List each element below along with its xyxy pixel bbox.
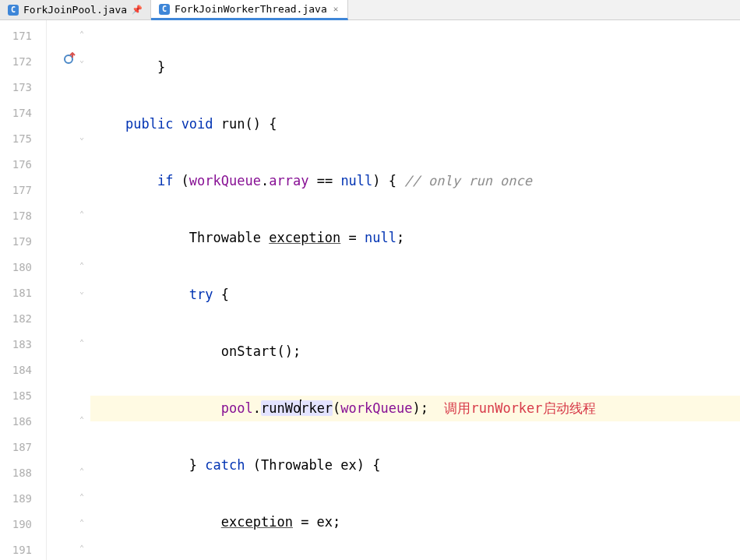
code-editor[interactable]: 171 172 173 174 175 176 177 178 179 180 … [0, 20, 740, 560]
fold-close-icon[interactable]: ⌃ [79, 210, 87, 217]
line-number: 186 [0, 409, 46, 435]
fold-close-icon[interactable]: ⌃ [79, 30, 87, 37]
fold-close-icon[interactable]: ⌃ [79, 415, 87, 423]
annotation-text: 调用runWorker启动线程 [444, 400, 595, 416]
line-number: 190 [0, 512, 46, 537]
line-number: 185 [0, 383, 46, 409]
code-area[interactable]: } public void run() { if (workQueue.arra… [90, 20, 740, 560]
code-line: public void run() { [90, 111, 740, 137]
line-number: 177 [0, 178, 46, 203]
fold-open-icon[interactable]: ⌄ [79, 287, 87, 294]
tab-forkjoinworkerthread[interactable]: C ForkJoinWorkerThread.java ✕ [151, 0, 348, 20]
code-line: exception = ex; [90, 509, 740, 535]
line-number: 184 [0, 357, 46, 383]
fold-close-icon[interactable]: ⌃ [79, 518, 87, 526]
line-number: 191 [0, 537, 46, 560]
code-line: if (workQueue.array == null) { // only r… [90, 168, 740, 194]
fold-close-icon[interactable]: ⌃ [79, 467, 87, 474]
fold-close-icon[interactable]: ⌃ [79, 261, 87, 269]
tab-forkjoinpool[interactable]: C ForkJoinPool.java 📌 [0, 0, 151, 19]
tab-pin-icon[interactable]: 📌 [132, 5, 143, 15]
java-file-icon: C [8, 5, 19, 16]
fold-open-icon[interactable]: ⌄ [79, 55, 87, 63]
fold-close-icon[interactable]: ⌃ [79, 492, 87, 500]
line-number: 176 [0, 152, 46, 178]
line-number: 171 [0, 23, 46, 49]
code-line: Throwable exception = null; [90, 225, 740, 251]
gutter-markers [47, 20, 78, 560]
tab-label: ForkJoinWorkerThread.java [174, 3, 327, 15]
line-number: 180 [0, 255, 46, 280]
code-line: try { [90, 282, 740, 308]
line-number-gutter: 171 172 173 174 175 176 177 178 179 180 … [0, 20, 47, 560]
line-number: 178 [0, 203, 46, 229]
code-line: } catch (Throwable ex) { [90, 453, 740, 478]
code-line-current: pool.runWorker(workQueue); 调用runWorker启动… [90, 396, 740, 421]
editor-tabs: C ForkJoinPool.java 📌 C ForkJoinWorkerTh… [0, 0, 740, 20]
line-number: 179 [0, 229, 46, 255]
code-line: onStart(); [90, 339, 740, 365]
line-number: 173 [0, 75, 46, 100]
line-number: 174 [0, 100, 46, 126]
line-number: 182 [0, 306, 46, 332]
line-number: 189 [0, 486, 46, 512]
fold-close-icon[interactable]: ⌃ [79, 338, 87, 346]
close-icon[interactable]: ✕ [332, 4, 340, 14]
line-number: 172 [0, 49, 46, 75]
java-file-icon: C [159, 4, 170, 15]
svg-point-0 [65, 55, 72, 63]
line-number: 183 [0, 332, 46, 357]
line-number: 175 [0, 126, 46, 152]
fold-open-icon[interactable]: ⌄ [79, 132, 87, 140]
fold-gutter: ⌃ ⌄ ⌄ ⌃ ⌃ ⌄ ⌃ ⌃ ⌃ ⌃ ⌃ ⌃ [78, 20, 90, 560]
line-number: 188 [0, 460, 46, 486]
code-line: } [90, 55, 740, 80]
fold-close-icon[interactable]: ⌃ [79, 544, 87, 551]
tab-label: ForkJoinPool.java [23, 4, 127, 16]
line-number: 181 [0, 280, 46, 306]
line-number: 187 [0, 435, 46, 460]
override-method-icon[interactable] [64, 52, 76, 65]
